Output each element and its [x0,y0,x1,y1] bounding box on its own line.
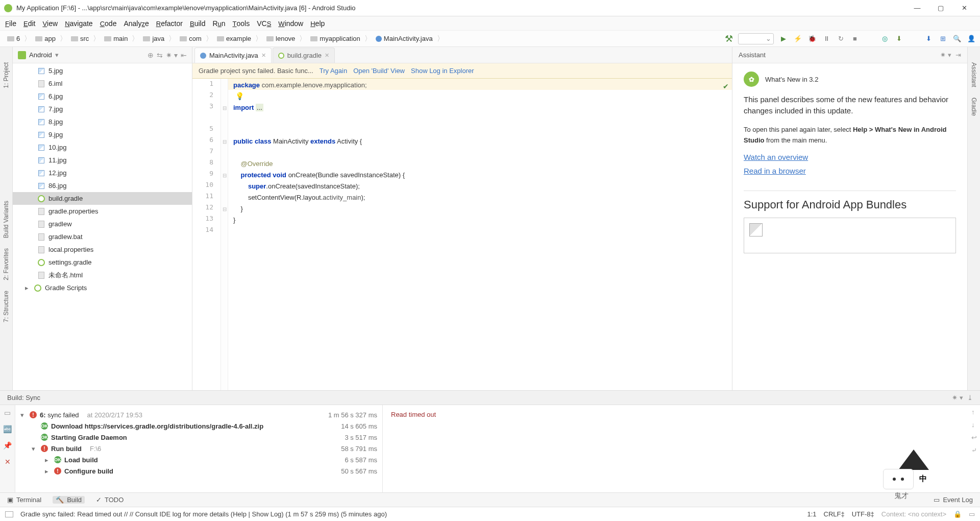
tree-file-item[interactable]: 5.jpg [13,64,192,77]
tree-file-item[interactable]: 12.jpg [13,167,192,179]
toolwindow-gradle[interactable]: Gradle [970,98,977,116]
target-icon[interactable]: ⊕ [148,51,154,59]
toolwindow-structure[interactable]: 7: Structure [3,291,10,322]
encoding[interactable]: UTF-8‡ [852,510,874,518]
breadcrumb-item[interactable]: src [68,35,92,42]
line-separator[interactable]: CRLF‡ [824,510,845,518]
menu-analyze[interactable]: Analyze [124,19,149,28]
read-browser-link[interactable]: Read in a browser [744,167,806,175]
tree-file-item[interactable]: 6.iml [13,77,192,90]
menu-vcs[interactable]: VCS [257,19,271,28]
build-tree[interactable]: ▾!6: sync failedat 2020/2/17 19:531 m 56… [15,405,383,492]
toolwindow-assistant[interactable]: Assistant [970,62,977,87]
tree-file-item[interactable]: 10.jpg [13,141,192,154]
structure-icon[interactable]: ⊞ [938,34,947,43]
debug-icon[interactable]: 🐞 [807,34,817,43]
build-tree-row[interactable]: OKDownload https://services.gradle.org/d… [20,420,377,432]
caret-position[interactable]: 1:1 [807,510,816,518]
toolwindow-build-variants[interactable]: Build Variants [3,201,10,238]
menu-edit[interactable]: Edit [23,19,35,28]
tree-file-item[interactable]: 8.jpg [13,115,192,128]
todo-tab[interactable]: ✓ TODO [93,496,127,504]
run-icon[interactable]: ▶ [779,34,788,43]
profiler-icon[interactable]: ⏸ [822,34,831,43]
tree-file-item[interactable]: gradlew [13,218,192,230]
gear-icon[interactable]: ✷ ▾ [940,51,951,59]
build-tree-row[interactable]: ▸!Configure build50 s 567 ms [20,465,377,477]
tree-file-item[interactable]: 未命名.html [13,269,192,281]
hide-icon[interactable]: ⇤ [181,51,187,59]
menu-window[interactable]: Window [278,19,303,28]
try-again-link[interactable]: Try Again [320,67,347,75]
wrap-icon[interactable]: ↩ [971,434,977,441]
build-tree-row[interactable]: ▸OKLoad build6 s 587 ms [20,454,377,465]
breadcrumb-item[interactable]: lenove [263,35,298,42]
menu-refactor[interactable]: Refactor [156,19,183,28]
tree-gradle-scripts[interactable]: ▸Gradle Scripts [13,281,192,294]
breadcrumb-item[interactable]: myapplication [307,35,363,42]
event-log-tab[interactable]: ▭ Event Log [930,496,976,504]
build-tree-row[interactable]: OKStarting Gradle Daemon3 s 517 ms [20,432,377,443]
build-log[interactable]: Read timed out ↑ ↓ ↩ ⤶ [383,405,980,492]
filter-icon[interactable]: ▭ [3,408,12,417]
toolwindow-project[interactable]: 1: Project [3,62,10,88]
menu-file[interactable]: File [5,19,16,28]
tree-file-item[interactable]: 11.jpg [13,154,192,167]
pin-icon[interactable]: 📌 [3,441,12,450]
tree-file-item[interactable]: local.properties [13,243,192,256]
maximize-button[interactable]: ▢ [929,0,952,16]
tree-file-item[interactable]: 9.jpg [13,128,192,141]
watch-overview-link[interactable]: Watch an overview [744,153,808,161]
toggle-icon[interactable]: 🔤 [3,424,12,434]
fold-gutter[interactable]: ⊟⊟⊟⊟ [221,79,228,390]
tree-file-item[interactable]: 86.jpg [13,179,192,192]
sync-icon[interactable]: ⬇ [924,34,933,43]
hide-icon[interactable]: ⇥ [955,51,961,59]
avd-icon[interactable]: ◎ [880,34,889,43]
breadcrumb-item[interactable]: example [214,35,254,42]
project-view-selector[interactable]: Android [29,51,52,59]
build-tree-row[interactable]: ▾!Run buildF:\658 s 791 ms [20,443,377,454]
user-icon[interactable]: 👤 [967,34,976,43]
sdk-icon[interactable]: ⬇ [894,34,903,43]
tree-file-item[interactable]: settings.gradle [13,256,192,269]
run-config-dropdown[interactable]: ⌄ [738,33,774,44]
open-build-link[interactable]: Open 'Build' View [353,67,405,75]
menu-navigate[interactable]: Navigate [65,19,93,28]
memory-icon[interactable]: ▭ [969,510,975,518]
tree-file-item[interactable]: gradlew.bat [13,230,192,243]
tree-file-item[interactable]: 6.jpg [13,90,192,103]
menu-view[interactable]: View [42,19,58,28]
build-icon[interactable]: ⚒ [725,33,733,44]
apply-changes-icon[interactable]: ⚡ [793,34,802,43]
tree-file-item[interactable]: gradle.properties [13,205,192,218]
code-editor[interactable]: 💡 ✔ package com.example.lenove.myapplica… [228,79,732,390]
close-icon[interactable]: ✕ [325,52,329,59]
tree-file-item[interactable]: 7.jpg [13,103,192,115]
soft-wrap-icon[interactable]: ⤶ [971,446,977,454]
breadcrumb-item[interactable]: MainActivity.java [373,35,436,42]
menu-tools[interactable]: Tools [233,19,250,28]
terminal-tab[interactable]: ▣ Terminal [4,496,44,504]
build-tree-row[interactable]: ▾!6: sync failedat 2020/2/17 19:531 m 56… [20,409,377,420]
close-icon[interactable]: ✕ [3,457,12,466]
gear-icon[interactable]: ✷ ▾ [952,394,963,401]
lock-icon[interactable]: 🔒 [953,510,962,518]
minimize-button[interactable]: — [905,0,929,16]
breadcrumb-item[interactable]: app [32,35,59,42]
tree-file-item[interactable]: build.gradle [13,192,192,205]
hide-icon[interactable]: ⤓ [967,394,973,401]
attach-icon[interactable]: ↻ [836,34,845,43]
breadcrumb-item[interactable]: java [140,35,167,42]
menu-build[interactable]: Build [190,19,205,28]
collapse-icon[interactable]: ⇆ [157,51,163,59]
project-tree[interactable]: 5.jpg6.iml6.jpg7.jpg8.jpg9.jpg10.jpg11.j… [13,63,192,390]
breadcrumb-item[interactable]: 6 [4,35,23,42]
lightbulb-icon[interactable]: 💡 [235,90,244,102]
stop-icon[interactable]: ■ [850,34,860,43]
status-icon[interactable] [5,511,13,517]
tab-mainactivity[interactable]: MainActivity.java✕ [194,48,272,63]
context-indicator[interactable]: Context: <no context> [881,510,946,518]
menu-run[interactable]: Run [212,19,225,28]
search-icon[interactable]: 🔍 [952,34,962,43]
